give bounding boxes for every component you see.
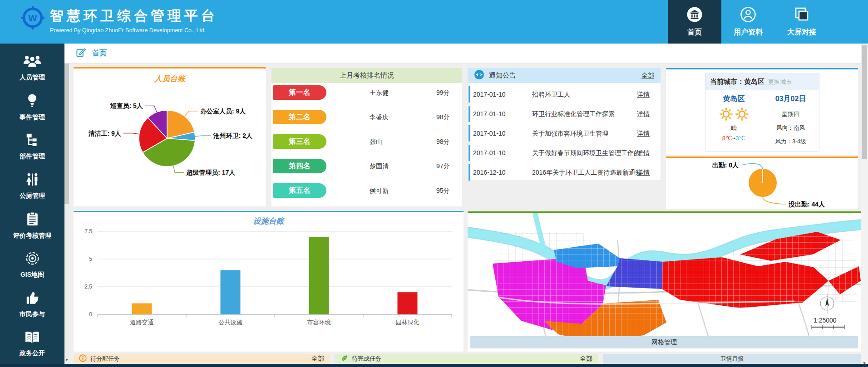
sidebar-item-evaluation[interactable]: 评价考核管理 [0,206,64,245]
change-city-link[interactable]: 更换城市 [768,78,792,86]
personnel-ledger-panel: 人员台账 办公室人员: 9人沧州环卫: 2人超级管理员: 17人清洁工: 9人巡… [74,67,266,206]
sun-icon [735,107,749,121]
svg-text:公共设施: 公共设施 [219,319,242,326]
top-nav: 首页 用户资料 大屏对接 [668,0,829,44]
svg-text:园林绿化: 园林绿化 [396,319,419,326]
notice-panel: 通知公告 全部 2017-01-10 招聘环卫工人 详情 2017-01-10 … [468,68,661,180]
svg-text:出勤: 0人: 出勤: 0人 [712,161,739,169]
notice-row-accent [469,164,470,181]
notice-all-link[interactable]: 全部 [641,72,654,80]
page-scrollbar-thumb[interactable] [862,45,867,159]
rank-badge: 第四名 [273,159,326,173]
notice-date: 2017-01-10 [473,130,506,137]
tasks-assign-all-link[interactable]: 全部 [311,355,324,363]
grid-map-panel[interactable]: 1:25000 网格管理 [468,211,861,352]
sidebar-item-label: 事件管理 [20,113,45,122]
notice-detail-link[interactable]: 详情 [637,91,650,99]
notice-title-link[interactable]: 2016年关于环卫工人工资待遇最新通知 [532,169,641,177]
tasks-complete-all-link[interactable]: 全部 [580,355,592,363]
rank-badge: 第一名 [273,85,326,100]
breadcrumb-home-link[interactable]: 首页 [92,49,107,58]
svg-text:办公室人员: 9人: 办公室人员: 9人 [200,108,246,115]
nav-tab-big-screen[interactable]: 大屏对接 [775,0,829,44]
nav-tab-home[interactable]: 首页 [668,0,721,44]
sidebar-item-components[interactable]: 部件管理 [0,127,64,166]
eye-icon [474,69,484,82]
sidebar-item-gis-map[interactable]: GIS地图 [0,245,64,285]
svg-text:5: 5 [89,256,92,262]
weather-right-column: 03月02日 星期四 风向：南风 风力：3-4级 [762,90,819,146]
ranking-row: 第四名 楚国清 97分 [271,159,462,173]
rank-name: 侯可新 [370,187,389,195]
book-icon [25,331,40,345]
rank-name: 李盛庆 [370,113,389,122]
sidebar-scroll-down-arrow-icon[interactable]: ▼ [64,357,69,363]
thumbs-up-icon [26,291,39,306]
weather-body: 黄岛区 晴 8℃~3℃ [705,90,819,146]
sidebar-item-label: 人员管理 [20,73,45,82]
ranking-row: 第五名 侯可新 95分 [271,183,462,198]
sidebar-item-public-toilets[interactable]: 公厕管理 [0,166,64,206]
notice-date: 2017-01-10 [473,149,506,157]
monthly-ranking-panel: 上月考核排名情况 第一名 王东健 99分 第二名 李盛庆 98分 第三名 张山 … [271,68,462,206]
page-scroll-down-arrow-icon[interactable]: ▼ [861,360,868,367]
app-title: 智慧环卫综合管理平台 [50,7,218,25]
rank-score: 97分 [436,162,450,171]
notice-row: 2017-01-10 关于加强市容环境卫生管理 详情 [468,125,661,142]
svg-text:沧州环卫: 2人: 沧州环卫: 2人 [213,132,253,140]
svg-text:市容环境: 市容环境 [307,319,331,326]
svg-text:道路交通: 道路交通 [130,319,154,326]
attendance-panel: 出勤: 0人没出勤: 44人 [666,157,858,209]
sidebar-item-open-government[interactable]: 政务公开 [0,324,64,364]
info-icon [79,354,87,363]
notice-detail-link[interactable]: 详情 [637,110,650,118]
wind-direction: 风向：南风 [776,124,805,132]
notice-date: 2017-01-10 [473,110,506,117]
app-root: W 智慧环卫综合管理平台 Powered By Qingdao ZhuoEr S… [0,0,868,367]
current-city-label: 当前城市：黄岛区 [710,78,764,86]
app-header: W 智慧环卫综合管理平台 Powered By Qingdao ZhuoEr S… [0,0,868,44]
svg-text:超级管理员: 17人: 超级管理员: 17人 [186,169,236,176]
rank-name: 王东健 [370,89,389,97]
notice-date: 2017-01-10 [473,91,506,98]
notice-title-link[interactable]: 环卫行业标准化管理工作探索 [532,110,615,118]
notice-row: 2017-01-10 招聘环卫工人 详情 [468,86,661,103]
bottom-status-strip [0,364,868,367]
bullseye-icon [25,251,39,267]
rank-name: 楚国清 [370,162,389,171]
svg-text:巡查员: 5人: 巡查员: 5人 [110,102,143,109]
sanitation-monthly-report-header: 卫情月报 [603,354,861,364]
notice-title-link[interactable]: 关于做好春节期间环境卫生管理工作的 [532,149,640,157]
page-scrollbar[interactable] [861,44,868,367]
sidebar-item-label: 政务公开 [20,349,45,357]
sidebar-scrollbar[interactable] [64,64,69,364]
rank-score: 98分 [436,138,450,146]
notice-title-link[interactable]: 招聘环卫工人 [532,91,570,99]
svg-text:0: 0 [89,311,92,318]
sidebar-item-citizen-participation[interactable]: 市民参与 [0,285,64,324]
notice-title-link[interactable]: 关于加强市容环境卫生管理 [532,130,608,138]
pending-assignment-tasks-header: 待分配任务 全部 [74,354,330,364]
notice-row-accent [469,125,470,142]
grid-map-image[interactable]: 1:25000 [468,213,861,336]
sidebar-item-events[interactable]: 事件管理 [0,88,64,127]
attendance-pie-chart: 出勤: 0人没出勤: 44人 [666,158,858,209]
lightbulb-icon [27,93,38,109]
nav-tab-label: 大屏对接 [787,28,816,37]
rank-score: 95分 [436,187,450,195]
screens-icon [794,6,810,24]
task-title: 待分配任务 [90,355,120,363]
rank-score: 98分 [436,113,450,122]
notice-detail-link[interactable]: 详情 [637,130,650,138]
ranking-panel-title: 上月考核排名情况 [271,68,462,83]
notice-detail-link[interactable]: 详情 [637,169,650,177]
app-logo-icon: W [21,6,44,29]
notice-detail-link[interactable]: 详情 [637,149,650,157]
facility-bar-chart: 02.557.5道路交通公共设施市容环境园林绿化 [74,226,464,349]
nav-tab-user-profile[interactable]: 用户资料 [721,0,775,44]
weather-city: 黄岛区 [723,94,745,104]
sidebar-item-personnel[interactable]: 人员管理 [0,48,64,88]
sidebar-scrollbar-thumb[interactable] [64,64,69,204]
bank-icon [686,6,703,24]
app-title-block: 智慧环卫综合管理平台 Powered By Qingdao ZhuoEr Sof… [50,7,218,34]
